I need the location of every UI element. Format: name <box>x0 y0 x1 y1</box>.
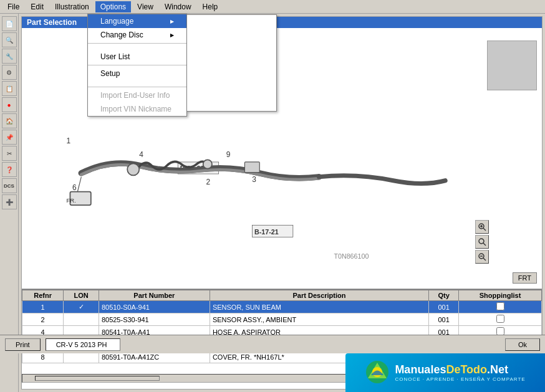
sidebar-icon-5[interactable]: 📋 <box>2 81 17 96</box>
sidebar-icon-4[interactable]: ⚙ <box>2 65 17 80</box>
cell-description: SENSOR ASSY., AMBIENT <box>210 313 428 326</box>
svg-rect-9 <box>244 162 259 173</box>
cell-lon: ✓ <box>64 301 99 313</box>
menu-language[interactable]: Language English Simplified Chinese Trad… <box>88 14 186 28</box>
shopping-checkbox[interactable] <box>496 315 504 323</box>
col-description: Part Description <box>210 290 428 301</box>
ok-button[interactable]: Ok <box>505 338 540 351</box>
svg-point-8 <box>203 160 212 168</box>
svg-text:1: 1 <box>66 136 70 145</box>
col-shoppinglist: Shoppinglist <box>459 290 542 301</box>
menu-options[interactable]: Options <box>95 1 131 12</box>
menubar: File Edit Illustration Options View Wind… <box>0 0 545 14</box>
options-menu-container: Language English Simplified Chinese Trad… <box>87 14 187 117</box>
svg-line-15 <box>77 177 81 192</box>
svg-line-22 <box>483 243 486 246</box>
svg-point-21 <box>479 239 484 244</box>
table-row[interactable]: 1 ✓ 80510-S0A-941 SENSOR, SUN BEAM 001 <box>22 301 542 313</box>
cell-description: SENSOR, SUN BEAM <box>210 301 428 313</box>
table-row[interactable]: 2 80525-S30-941 SENSOR ASSY., AMBIENT 00… <box>22 313 542 326</box>
logo-net: .Net <box>487 363 508 376</box>
print-button[interactable]: Print <box>5 338 41 351</box>
frt-label: FRT <box>513 272 537 284</box>
zoom-fit-button[interactable] <box>475 235 489 249</box>
logo-area: ManualesDeTodo.Net CONOCE · APRENDE · EN… <box>345 353 545 392</box>
menu-export-parts: Import End-User Info <box>88 88 186 102</box>
cell-refnr: 2 <box>22 313 64 326</box>
col-lon: LON <box>64 290 99 301</box>
menu-view[interactable]: View <box>132 1 158 12</box>
sidebar-icon-10[interactable]: ❓ <box>2 162 17 177</box>
cell-shopping[interactable] <box>459 301 542 313</box>
separator-2 <box>88 65 186 65</box>
sidebar-icon-3[interactable]: 🔧 <box>2 49 17 64</box>
zoom-in-button[interactable] <box>475 220 489 234</box>
cell-partnumber: 80510-S0A-941 <box>99 301 210 313</box>
menu-window[interactable]: Window <box>160 1 196 12</box>
cell-shopping[interactable] <box>459 313 542 326</box>
menu-change-disc[interactable]: Change Disc <box>88 28 186 42</box>
col-refnr: Refnr <box>22 290 64 301</box>
menu-file[interactable]: File <box>2 1 24 12</box>
menu-export-lon: Import VIN Nickname <box>88 102 186 116</box>
thumbnail-box <box>487 41 537 90</box>
sidebar-icon-9[interactable]: ✂ <box>2 146 17 161</box>
sidebar-icon-7[interactable]: 🏠 <box>2 113 17 128</box>
svg-line-18 <box>483 228 486 231</box>
svg-text:T0N866100: T0N866100 <box>334 252 369 260</box>
svg-text:6: 6 <box>72 183 77 192</box>
menu-illustration[interactable]: Illustration <box>50 1 94 12</box>
menu-edit[interactable]: Edit <box>26 1 49 12</box>
menu-import-enduser[interactable]: Setup <box>88 67 186 80</box>
sidebar-icon-11[interactable]: ➕ <box>2 194 17 209</box>
zoom-controls <box>475 220 489 264</box>
col-partnumber: Part Number <box>99 290 210 301</box>
cell-refnr: 1 <box>22 301 64 313</box>
svg-line-24 <box>483 258 486 261</box>
cell-qty: 001 <box>429 313 459 326</box>
menu-help[interactable]: Help <box>198 1 223 12</box>
separator-3 <box>88 87 186 87</box>
bottom-bar: Print CR-V 5 2013 PH Ok <box>0 335 545 353</box>
options-menu-popup: Language English Simplified Chinese Trad… <box>87 14 187 117</box>
svg-text:9: 9 <box>226 150 231 159</box>
svg-text:4: 4 <box>139 150 143 159</box>
vehicle-label: CR-V 5 2013 PH <box>46 338 120 351</box>
sidebar-icon-8[interactable]: 📌 <box>2 130 17 145</box>
lang-indonesian[interactable]: Indonesian <box>187 70 276 84</box>
svg-text:2: 2 <box>206 178 210 186</box>
logo-text-area: ManualesDeTodo.Net CONOCE · APRENDE · EN… <box>395 363 525 382</box>
menu-import-vin[interactable] <box>88 80 186 85</box>
lang-simplified-chinese[interactable]: Simplified Chinese <box>187 29 276 42</box>
sidebar-icon-6[interactable]: ● <box>2 97 17 112</box>
col-qty: Qty <box>429 290 459 301</box>
language-submenu: English Simplified Chinese Traditional C… <box>186 14 277 112</box>
separator-1 <box>88 43 186 44</box>
svg-text:FR.: FR. <box>66 197 75 204</box>
logo-detodo: DeTodo <box>446 363 487 376</box>
logo-main-text: ManualesDeTodo.Net <box>395 363 525 376</box>
shopping-checkbox[interactable] <box>496 302 504 310</box>
lang-vietnamese[interactable]: Vietnamese <box>187 97 276 111</box>
svg-text:B-17-21: B-17-21 <box>254 228 279 236</box>
logo-icon <box>365 360 390 386</box>
svg-text:3: 3 <box>252 175 256 184</box>
logo-manuales: Manuales <box>395 363 446 376</box>
logo-subtext: CONOCE · APRENDE · ENSEÑA Y COMPARTE <box>395 376 525 382</box>
cell-partnumber: 80525-S30-941 <box>99 313 210 326</box>
sidebar-icon-2[interactable]: 🔍 <box>2 32 17 47</box>
lang-traditional-chinese[interactable]: Traditional Chinese <box>187 42 276 56</box>
sidebar-icon-1[interactable]: 📄 <box>2 16 17 31</box>
lang-english[interactable]: English <box>187 15 276 29</box>
cell-lon <box>64 313 99 326</box>
svg-point-7 <box>127 163 139 175</box>
menu-user-list[interactable] <box>88 45 186 50</box>
menu-setup[interactable]: User List <box>88 50 186 64</box>
lang-thai[interactable]: Thai <box>187 56 276 70</box>
cell-qty: 001 <box>429 301 459 313</box>
sidebar-icon-dcs[interactable]: DCS <box>2 178 17 193</box>
zoom-out-button[interactable] <box>475 250 489 264</box>
lang-korean[interactable]: Korean <box>187 84 276 97</box>
